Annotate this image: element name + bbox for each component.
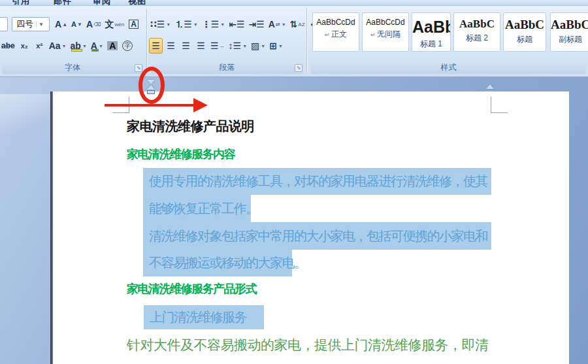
font-size-combo[interactable]: 四号 ▼ xyxy=(12,17,50,31)
annotation-arrow xyxy=(105,104,196,107)
strikethrough-button[interactable]: abe xyxy=(0,38,16,54)
style-tile-标题 1[interactable]: AaBb标题 1 xyxy=(412,12,451,52)
group-divider xyxy=(146,8,147,73)
chevron-down-icon: ▼ xyxy=(36,22,44,27)
font-name-combo[interactable]: ▼ xyxy=(0,17,8,31)
chevron-down-icon: ▼ xyxy=(278,44,283,48)
character-shading-button[interactable]: A xyxy=(106,38,120,54)
grow-font-button[interactable]: A▲ xyxy=(54,16,69,32)
annotation-arrow-head-icon xyxy=(193,98,208,112)
paragraph-group: ∷☰▼⒈☰▼⋮☰▼⇤☰⇥☰A⇄▼⇅AZ↵ ☰☰☰☰☰↔↕☰▼▨▼⊞▼ 段落 ⇘ xyxy=(149,7,305,75)
paragraph-group-label: 段落 xyxy=(151,62,303,74)
paragraph-shading-button[interactable]: ▨▼ xyxy=(250,38,267,54)
chevron-down-icon: ▼ xyxy=(220,22,225,27)
menu-tab-bar: 引用 邮件 审阅 视图 xyxy=(0,0,588,6)
chevron-down-icon: ▼ xyxy=(261,44,265,48)
style-tile-副标题[interactable]: AaBbC副标题 xyxy=(550,12,588,52)
line-spacing-button[interactable]: ↕☰▼ xyxy=(227,38,249,54)
style-tile-无间隔[interactable]: AaBbCcDd↵ 无间隔 xyxy=(362,12,409,52)
text-highlight-button[interactable]: ab▼ xyxy=(69,38,88,54)
selected-text-line[interactable]: 上门清洗维修服务 xyxy=(144,305,264,329)
font-dialog-launcher-icon[interactable]: ⇘ xyxy=(135,64,142,72)
selected-text-line[interactable]: 能够恢复正常工作。 xyxy=(143,195,251,222)
sort-button[interactable]: ⇅AZ xyxy=(289,16,306,32)
group-divider xyxy=(306,8,307,73)
numbering-button[interactable]: ⒈☰▼ xyxy=(173,16,199,32)
style-tile-标题[interactable]: AaBbC标题 xyxy=(503,12,546,52)
chevron-down-icon: ▼ xyxy=(82,44,87,48)
paragraph-dialog-launcher-icon[interactable]: ⇘ xyxy=(295,64,302,72)
phonetic-guide-button[interactable]: 文wén xyxy=(103,16,125,32)
chevron-down-icon: ▼ xyxy=(166,22,171,27)
align-center-button[interactable]: ☰ xyxy=(164,38,178,54)
font-color-button[interactable]: A▼ xyxy=(90,38,105,54)
justify-button[interactable]: ☰ xyxy=(194,38,208,54)
document-page[interactable]: 家电清洗维修产品说明家电清洗维修服务内容使用专用的清洗维修工具，对坏的家用电器进… xyxy=(50,91,569,364)
chevron-down-icon: ▼ xyxy=(62,44,67,48)
enclose-character-button[interactable]: 字 xyxy=(121,38,135,54)
align-right-button[interactable]: ☰ xyxy=(179,38,193,54)
style-tile-正文[interactable]: AaBbCcDd↵ 正文 xyxy=(312,12,359,52)
background-sheen xyxy=(0,94,50,140)
selected-text-line[interactable]: 不容易搬运或移动的大家电。 xyxy=(143,250,292,276)
tab-references[interactable]: 引用 xyxy=(12,0,30,6)
shrink-font-button[interactable]: A▼ xyxy=(70,16,84,32)
tab-review[interactable]: 审阅 xyxy=(93,0,111,6)
styles-group: AaBbCcDd↵ 正文AaBbCcDd↵ 无间隔AaBb标题 1AaBbC标题… xyxy=(309,7,588,75)
distribute-button[interactable]: ☰↔ xyxy=(209,38,226,54)
character-border-button[interactable]: A xyxy=(127,16,140,32)
clear-formatting-button[interactable]: A⌫ xyxy=(85,16,102,32)
style-tile-标题 2[interactable]: AaBbC标题 2 xyxy=(453,12,500,52)
align-left-button[interactable]: ☰ xyxy=(149,38,163,54)
decrease-indent-button[interactable]: ⇤☰ xyxy=(227,16,246,32)
selected-text-line[interactable]: 清洗维修对象包括家中常用的大小家电，包括可便携的小家电和 xyxy=(143,222,491,250)
document-background: 家电清洗维修产品说明家电清洗维修服务内容使用专用的清洗维修工具，对坏的家用电器进… xyxy=(0,77,588,364)
document-title[interactable]: 家电清洗维修产品说明 xyxy=(127,118,254,135)
superscript-button[interactable]: x² xyxy=(33,38,46,54)
selected-text-line[interactable]: 使用专用的清洗维修工具，对坏的家用电器进行清洗维修，使其 xyxy=(143,168,491,195)
character-scale-button[interactable]: A⇄▼ xyxy=(267,16,287,32)
font-group: ▼ 四号 ▼ A▲A▼A⌫文wénA abex₂x²Aa▼ab▼A▼A字 字体 … xyxy=(0,7,145,75)
font-group-label: 字体 xyxy=(2,62,143,74)
tab-mailings[interactable]: 邮件 xyxy=(54,0,72,6)
increase-indent-button[interactable]: ⇥☰ xyxy=(248,16,266,32)
multilevel-list-button[interactable]: ⋮☰▼ xyxy=(201,16,227,32)
crop-mark xyxy=(491,97,491,113)
chevron-down-icon: ▼ xyxy=(99,44,103,48)
chevron-down-icon: ▼ xyxy=(193,22,198,27)
chevron-down-icon: ▼ xyxy=(282,22,286,27)
change-case-button[interactable]: Aa▼ xyxy=(48,38,68,54)
bullets-button[interactable]: ∷☰▼ xyxy=(149,16,172,32)
borders-button[interactable]: ⊞▼ xyxy=(268,38,284,54)
document-heading[interactable]: 家电清洗维修服务产品形式 xyxy=(127,281,256,297)
right-indent-marker[interactable] xyxy=(486,84,494,89)
font-size-value: 四号 xyxy=(16,18,33,30)
styles-group-label: 样式 xyxy=(311,62,586,74)
subscript-button[interactable]: x₂ xyxy=(18,38,31,54)
crop-mark xyxy=(112,112,129,113)
chevron-down-icon: ▼ xyxy=(242,44,247,48)
crop-mark xyxy=(491,112,508,113)
ribbon: ▼ 四号 ▼ A▲A▼A⌫文wénA abex₂x²Aa▼ab▼A▼A字 字体 … xyxy=(0,6,588,77)
tab-view[interactable]: 视图 xyxy=(128,0,146,6)
document-text-line[interactable]: 针对大件及不容易搬动的家电，提供上门清洗维修服务，即清 xyxy=(127,336,489,354)
annotation-circle xyxy=(139,67,165,104)
document-heading[interactable]: 家电清洗维修服务内容 xyxy=(127,146,235,162)
